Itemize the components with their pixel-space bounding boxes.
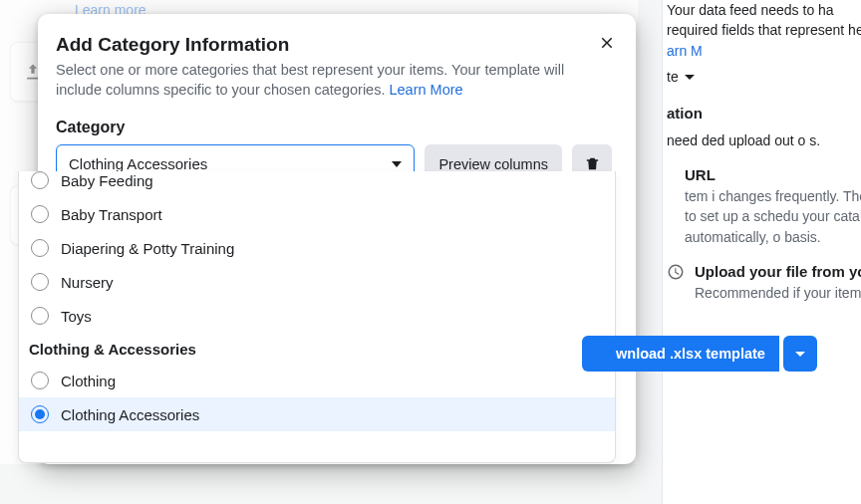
right-info-panel: Your data feed needs to ha required fiel… [662, 0, 861, 504]
chevron-down-icon [392, 161, 402, 167]
rp-te-row[interactable]: te [667, 67, 861, 87]
download-xlsx-button[interactable]: wnload .xlsx template [582, 336, 779, 372]
radio-icon [31, 372, 49, 389]
category-option[interactable]: Baby Transport [19, 197, 615, 231]
rp-intro-text-2: required fields that represent help sure… [667, 20, 861, 40]
category-option-label: Nursery [61, 274, 114, 291]
modal-subtitle: Select one or more categories that best … [56, 60, 612, 101]
radio-icon [31, 307, 49, 325]
category-group-label: Clothing & Accessories [19, 333, 615, 364]
category-option-label: Clothing Accessories [61, 406, 199, 423]
download-options-button[interactable] [783, 336, 817, 372]
category-option[interactable]: Clothing Accessories [19, 397, 615, 431]
category-option-label: Baby Transport [61, 206, 162, 223]
category-option[interactable]: Diapering & Potty Training [19, 231, 615, 265]
close-icon [598, 34, 616, 52]
category-option-label: Diapering & Potty Training [61, 240, 234, 257]
radio-icon [31, 205, 49, 223]
category-listbox-scroll[interactable]: Baby FeedingBaby TransportDiapering & Po… [19, 171, 615, 462]
rp-upload-sub: Recommended if your item i [695, 283, 861, 303]
radio-icon [31, 273, 49, 291]
trash-icon [584, 155, 601, 172]
rp-need-block: need ded upload out o s. [667, 130, 861, 150]
rp-learn-more-link[interactable]: arn M [667, 43, 703, 59]
modal-title: Add Category Information [56, 34, 612, 56]
category-option[interactable]: Clothing [19, 364, 615, 397]
category-option-label: Clothing [61, 373, 116, 389]
download-template-split-button[interactable]: wnload .xlsx template [582, 336, 817, 372]
category-option[interactable]: Baby Feeding [19, 171, 615, 197]
modal-subtitle-text: Select one or more categories that best … [56, 62, 564, 98]
category-option[interactable]: Nursery [19, 265, 615, 299]
rp-intro-text: Your data feed needs to ha [667, 0, 861, 20]
category-listbox: Baby FeedingBaby TransportDiapering & Po… [18, 171, 616, 463]
rp-te-label: te [667, 67, 679, 87]
chevron-down-icon [795, 352, 805, 357]
radio-icon [31, 239, 49, 257]
category-option-label: Baby Feeding [61, 172, 153, 189]
radio-icon [31, 171, 49, 189]
category-field-label: Category [56, 119, 612, 136]
modal-learn-more-link[interactable]: Learn More [389, 82, 462, 98]
rp-upload-title: Upload your file from you [695, 261, 861, 283]
category-option[interactable]: Toys [19, 299, 615, 333]
rp-section-heading: ation [667, 103, 861, 125]
rp-url-title: URL [685, 164, 861, 186]
radio-icon [31, 405, 49, 423]
category-option-label: Toys [61, 308, 92, 325]
rp-url-sub: tem i changes frequently. These o allow … [685, 186, 861, 247]
chevron-down-icon [685, 75, 695, 80]
clock-icon [667, 263, 685, 281]
close-button[interactable] [592, 28, 622, 58]
category-select-value: Clothing Accessories [69, 155, 207, 172]
